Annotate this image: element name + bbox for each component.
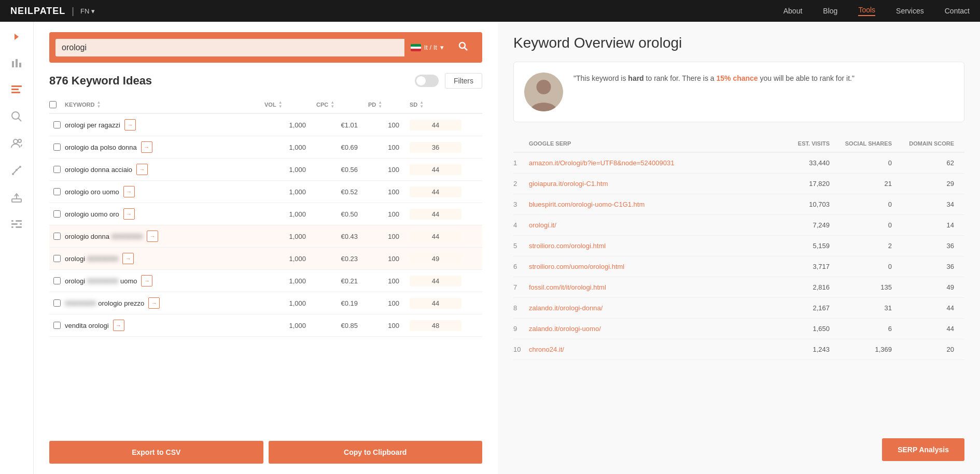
row-checkbox[interactable] (49, 277, 65, 284)
nav-services[interactable]: Services (896, 7, 924, 15)
row-checkbox[interactable] (49, 322, 65, 329)
serp-url[interactable]: zalando.it/orologi-donna/ (529, 304, 603, 312)
svg-rect-4 (11, 85, 22, 87)
left-panel: It / It ▾ 876 Keyword Ideas Filters (34, 22, 498, 474)
serp-visits: 17,820 (778, 180, 840, 188)
serp-score: 34 (902, 200, 964, 208)
serp-score: 36 (902, 242, 964, 250)
keyword-cell: orologi XXXXXXX uomo → (65, 275, 264, 286)
row-checkbox[interactable] (49, 188, 65, 195)
serp-url[interactable]: stroilioro.com/orologi.html (529, 242, 606, 250)
keyword-link-button[interactable]: → (124, 119, 136, 131)
sidebar-icon-keywords[interactable] (8, 81, 25, 98)
svg-point-9 (13, 139, 18, 143)
sidebar-icon-chart[interactable] (8, 54, 25, 71)
row-checkbox[interactable] (49, 143, 65, 151)
keyword-link-button[interactable]: → (123, 186, 135, 197)
row-checkbox[interactable] (49, 255, 65, 262)
toggle-switch[interactable] (415, 75, 439, 87)
sort-vol[interactable]: ▲▼ (278, 100, 283, 109)
export-csv-button[interactable]: Export to CSV (49, 441, 263, 464)
serp-url[interactable]: zalando.it/orologi-uomo/ (529, 325, 601, 333)
cpc-cell: €0.43 (316, 233, 368, 240)
serp-rank: 7 (513, 283, 529, 291)
pd-cell: 100 (368, 166, 410, 174)
sidebar-icon-search[interactable] (8, 108, 25, 125)
serp-url[interactable]: amazon.it/Orologi/b?ie=UTF8&node=5240090… (529, 159, 674, 167)
pd-cell: 100 (368, 188, 410, 196)
nav-about[interactable]: About (783, 7, 803, 15)
keyword-link-button[interactable]: → (123, 208, 135, 220)
nav-lang[interactable]: FN ▾ (80, 7, 95, 15)
vol-cell: 1,000 (264, 299, 316, 307)
header-right: Filters (415, 73, 482, 89)
row-checkbox[interactable] (49, 210, 65, 218)
serp-rank: 3 (513, 200, 529, 208)
filters-button[interactable]: Filters (445, 73, 482, 89)
sd-cell: 44 (410, 186, 461, 197)
serp-url[interactable]: bluespirit.com/orologi-uomo-C1G1.htm (529, 200, 645, 208)
sd-cell: 48 (410, 320, 461, 331)
svg-point-22 (18, 223, 20, 225)
sort-keyword[interactable]: ▲▼ (96, 100, 101, 109)
nav-blog[interactable]: Blog (823, 7, 837, 15)
serp-score: 62 (902, 159, 964, 167)
keyword-cell: orologio donna XXXXXXX → (65, 231, 264, 242)
serp-col-num (513, 140, 529, 147)
row-checkbox[interactable] (49, 166, 65, 173)
serp-rank: 6 (513, 263, 529, 270)
sidebar-icon-graph[interactable] (8, 162, 25, 179)
serp-url[interactable]: fossil.com/it/it/orologi.html (529, 283, 606, 291)
pd-cell: 100 (368, 277, 410, 285)
sidebar-icon-settings[interactable] (8, 216, 25, 233)
content-area: It / It ▾ 876 Keyword Ideas Filters (34, 22, 980, 474)
keyword-link-button[interactable]: → (113, 320, 124, 331)
serp-shares: 0 (840, 200, 902, 208)
sort-cpc[interactable]: ▲▼ (330, 100, 334, 109)
sidebar-icon-users[interactable] (8, 135, 25, 152)
serp-url[interactable]: chrono24.it/ (529, 346, 564, 353)
svg-rect-20 (11, 226, 22, 228)
keyword-cell: orologio oro uomo → (65, 186, 264, 197)
serp-visits: 3,717 (778, 263, 840, 270)
row-checkbox[interactable] (49, 121, 65, 128)
sort-pd[interactable]: ▲▼ (378, 100, 382, 109)
keyword-link-button[interactable]: → (122, 253, 134, 264)
serp-url[interactable]: stroilioro.com/uomo/orologi.html (529, 263, 624, 270)
row-checkbox[interactable] (49, 299, 65, 307)
cpc-cell: €1.01 (316, 121, 368, 129)
sort-sd[interactable]: ▲▼ (419, 100, 424, 109)
select-all-checkbox[interactable] (49, 101, 57, 108)
keyword-link-button[interactable]: → (136, 164, 148, 175)
export-buttons: Export to CSV Copy to Clipboard (49, 433, 482, 464)
serp-table: GOOGLE SERP EST. VISITS SOCIAL SHARES DO… (513, 135, 964, 423)
keyword-link-button[interactable]: → (141, 275, 152, 286)
copy-clipboard-button[interactable]: Copy to Clipboard (269, 441, 483, 464)
keyword-link-button[interactable]: → (141, 141, 152, 153)
svg-rect-5 (11, 89, 19, 90)
search-input[interactable] (55, 39, 404, 56)
serp-col-url: GOOGLE SERP (529, 140, 778, 147)
serp-url[interactable]: gioiapura.it/orologi-C1.htm (529, 180, 608, 188)
vol-cell: 1,000 (264, 210, 316, 218)
col-pd: PD ▲▼ (368, 100, 410, 109)
serp-url-cell: amazon.it/Orologi/b?ie=UTF8&node=5240090… (529, 159, 778, 167)
sidebar-icon-upload[interactable] (8, 189, 25, 206)
serp-url-cell: fossil.com/it/it/orologi.html (529, 283, 778, 291)
cpc-cell: €0.52 (316, 188, 368, 196)
serp-analysis-button[interactable]: SERP Analysis (882, 438, 964, 461)
serp-url[interactable]: orologi.it/ (529, 221, 556, 229)
keyword-link-button[interactable]: → (148, 297, 160, 309)
sidebar-toggle[interactable] (9, 30, 24, 44)
serp-row: 4 orologi.it/ 7,249 0 14 (513, 215, 964, 236)
row-checkbox[interactable] (49, 233, 65, 240)
lang-selector[interactable]: It / It ▾ (404, 44, 450, 51)
vol-cell: 1,000 (264, 277, 316, 285)
svg-point-24 (459, 42, 465, 48)
nav-tools[interactable]: Tools (858, 6, 875, 16)
keyword-cell: orologi XXXXXXX → (65, 253, 264, 264)
nav-contact[interactable]: Contact (945, 7, 970, 15)
quote-text: "This keyword is hard to rank for. There… (573, 73, 855, 84)
search-button[interactable] (450, 36, 476, 59)
keyword-link-button[interactable]: → (147, 231, 158, 242)
